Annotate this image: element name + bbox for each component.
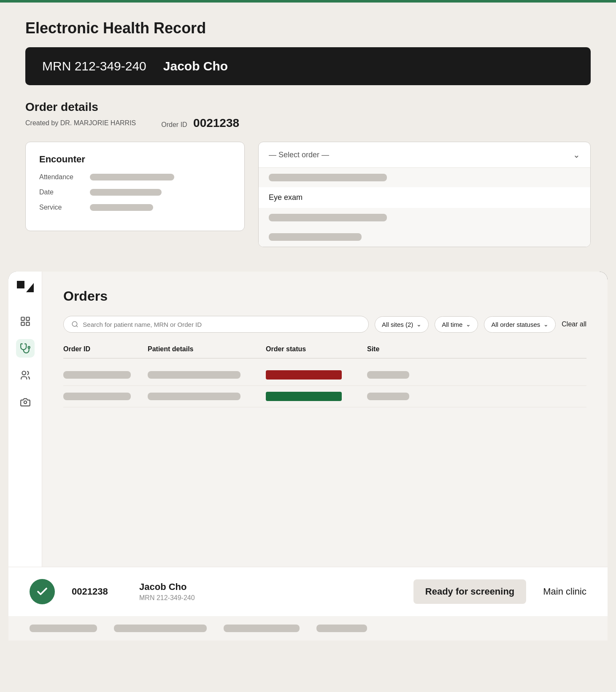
svg-point-5 <box>22 371 26 375</box>
orders-table: Order ID Patient details Order status Si… <box>63 345 586 407</box>
patient-mrn: MRN 212-349-240 <box>42 59 146 73</box>
eye-exam-label: Eye exam <box>269 193 303 202</box>
patients-icon <box>20 370 31 381</box>
svg-point-4 <box>28 347 30 348</box>
order-meta: Created by DR. MARJORIE HARRIS Order ID … <box>25 116 591 130</box>
encounter-row: Encounter Attendance Date Service <box>25 142 591 247</box>
select-order-dropdown[interactable]: — Select order — ⌄ Eye exam <box>258 142 591 247</box>
search-box[interactable] <box>63 316 369 333</box>
orders-title: Orders <box>63 288 586 304</box>
row2-status <box>266 392 367 401</box>
dropdown-skeleton-1 <box>269 174 387 181</box>
table-row[interactable] <box>63 364 586 386</box>
filter-all-time-label: All time <box>442 321 462 328</box>
encounter-service-row: Service <box>39 204 231 211</box>
bottom-skeleton-4 <box>316 625 367 632</box>
skeleton <box>148 393 240 400</box>
inner-screen: Orders All sites (2) ⌄ All time ⌄ <box>8 272 608 641</box>
order-details-section: Order details Created by DR. MARJORIE HA… <box>25 100 591 247</box>
orders-toolbar: All sites (2) ⌄ All time ⌄ All order sta… <box>63 316 586 333</box>
svg-rect-1 <box>26 317 30 320</box>
main-content: Orders All sites (2) ⌄ All time ⌄ <box>42 272 608 567</box>
col-header-status: Order status <box>266 345 367 353</box>
bottom-skeleton-section <box>8 616 608 641</box>
col-header-order-id: Order ID <box>63 345 148 353</box>
svg-point-7 <box>72 322 77 327</box>
col-header-site: Site <box>367 345 435 353</box>
date-label: Date <box>39 188 81 196</box>
result-check-icon <box>30 579 55 604</box>
bottom-skeleton-1 <box>30 625 97 632</box>
search-input[interactable] <box>83 321 361 328</box>
dropdown-skeleton-item-3 <box>259 227 590 247</box>
inner-screen-content: Orders All sites (2) ⌄ All time ⌄ <box>8 272 608 567</box>
select-order-header[interactable]: — Select order — ⌄ <box>259 142 590 168</box>
ehr-title: Electronic Health Record <box>25 19 591 37</box>
encounter-attendance-row: Attendance <box>39 173 231 181</box>
patient-name: Jacob Cho <box>163 59 228 73</box>
order-id-value: 0021238 <box>193 116 239 129</box>
result-status-badge: Ready for screening <box>413 579 527 604</box>
row1-patient-skeleton <box>148 371 266 379</box>
dropdown-item-eye-exam[interactable]: Eye exam <box>259 187 590 208</box>
row1-status <box>266 370 367 380</box>
sidebar-item-patients[interactable] <box>16 366 35 385</box>
dropdown-skeleton-3 <box>269 233 362 241</box>
table-header: Order ID Patient details Order status Si… <box>63 345 586 358</box>
ehr-section: Electronic Health Record MRN 212-349-240… <box>0 3 616 272</box>
camera-icon <box>20 397 31 408</box>
logo-triangle <box>26 283 34 292</box>
row2-site-skeleton <box>367 393 435 400</box>
dropdown-list: Eye exam <box>259 168 590 247</box>
service-value-skeleton <box>90 204 153 211</box>
app-logo <box>16 280 35 295</box>
order-id-group: Order ID 0021238 <box>161 116 239 130</box>
row1-site-skeleton <box>367 371 435 379</box>
row2-order-id-skeleton <box>63 393 148 400</box>
patient-banner: MRN 212-349-240 Jacob Cho <box>25 47 591 85</box>
sidebar-item-camera[interactable] <box>16 393 35 412</box>
sidebar-item-stethoscope[interactable] <box>16 339 35 358</box>
svg-point-6 <box>24 401 27 404</box>
order-details-title: Order details <box>25 100 591 114</box>
bottom-skeleton-2 <box>114 625 207 632</box>
check-icon <box>36 585 49 598</box>
chevron-down-icon-2: ⌄ <box>466 321 471 328</box>
filter-all-sites[interactable]: All sites (2) ⌄ <box>375 316 429 333</box>
filter-all-sites-label: All sites (2) <box>382 321 413 328</box>
chevron-down-icon-3: ⌄ <box>543 321 548 328</box>
dropdown-skeleton-2 <box>269 214 387 221</box>
sidebar-item-dashboard[interactable] <box>16 312 35 331</box>
logo-square <box>17 281 24 288</box>
attendance-label: Attendance <box>39 173 81 181</box>
skeleton <box>367 393 409 400</box>
dropdown-skeleton-item-2 <box>259 208 590 227</box>
svg-rect-3 <box>26 322 30 326</box>
skeleton <box>63 371 131 379</box>
attendance-value-skeleton <box>90 174 174 180</box>
filter-all-statuses[interactable]: All order statuses ⌄ <box>484 316 556 333</box>
result-patient-name: Jacob Cho <box>139 582 401 592</box>
clear-all-button[interactable]: Clear all <box>562 320 586 328</box>
row2-patient-skeleton <box>148 393 266 400</box>
select-order-container: — Select order — ⌄ Eye exam <box>258 142 591 247</box>
select-order-placeholder: — Select order — <box>269 151 329 159</box>
skeleton <box>148 371 240 379</box>
bottom-skeleton-3 <box>224 625 300 632</box>
select-order-chevron-icon: ⌄ <box>573 150 580 160</box>
filter-all-time[interactable]: All time ⌄ <box>435 316 478 333</box>
date-value-skeleton <box>90 189 162 196</box>
order-id-label: Order ID <box>161 121 187 128</box>
result-patient-mrn: MRN 212-349-240 <box>139 594 401 602</box>
encounter-card-title: Encounter <box>39 154 231 165</box>
svg-rect-0 <box>21 317 24 320</box>
created-by: Created by DR. MARJORIE HARRIS <box>25 119 136 127</box>
result-order-id: 0021238 <box>72 586 139 597</box>
search-icon <box>71 320 78 328</box>
chevron-down-icon: ⌄ <box>416 321 421 328</box>
result-row: 0021238 Jacob Cho MRN 212-349-240 Ready … <box>8 567 608 616</box>
col-header-patient: Patient details <box>148 345 266 353</box>
table-row[interactable] <box>63 386 586 407</box>
skeleton <box>367 371 409 379</box>
service-label: Service <box>39 204 81 211</box>
